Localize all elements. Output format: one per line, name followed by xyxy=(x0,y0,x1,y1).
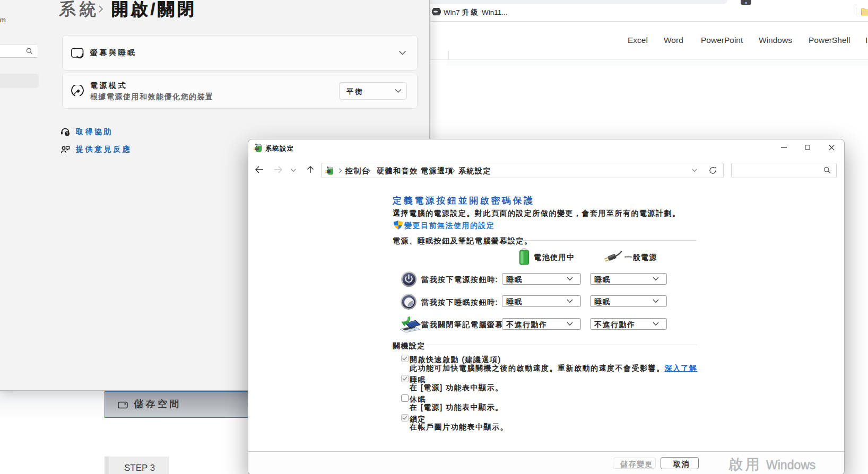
svg-text:?: ? xyxy=(66,131,68,135)
